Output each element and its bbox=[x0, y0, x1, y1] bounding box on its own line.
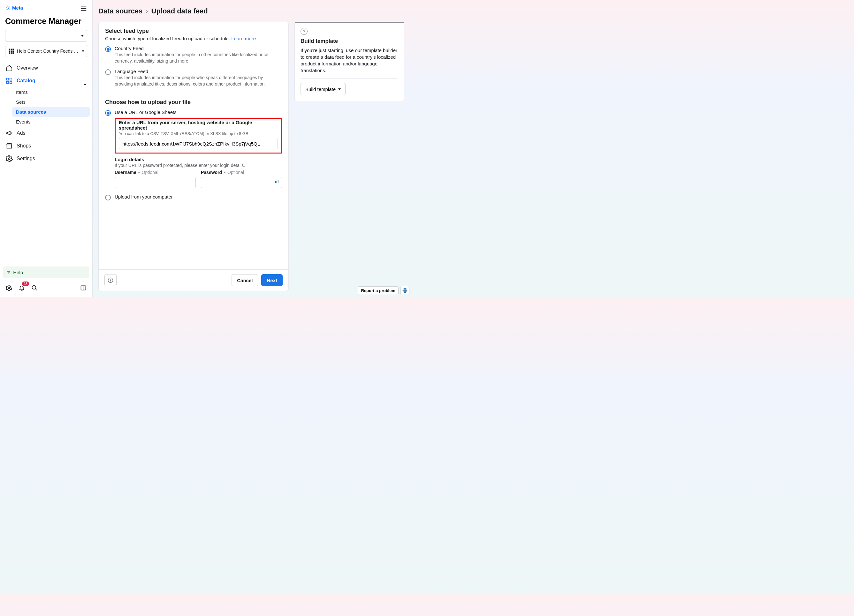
chevron-down-icon bbox=[81, 35, 84, 37]
sidebar-item-data-sources[interactable]: Data sources bbox=[12, 107, 90, 117]
cancel-button[interactable]: Cancel bbox=[232, 274, 258, 286]
sidebar-item-events[interactable]: Events bbox=[12, 117, 90, 127]
radio-input[interactable] bbox=[105, 46, 111, 52]
svg-rect-15 bbox=[10, 81, 12, 83]
username-label: Username • Optional bbox=[114, 170, 196, 175]
search-icon[interactable] bbox=[30, 283, 39, 292]
radio-input[interactable] bbox=[105, 110, 111, 116]
help-button[interactable]: ? Help bbox=[3, 266, 89, 278]
meta-logo: Meta bbox=[5, 5, 23, 11]
svg-point-27 bbox=[110, 279, 111, 279]
password-input[interactable] bbox=[201, 177, 282, 188]
choose-upload-section: Choose how to upload your file Use a URL… bbox=[99, 93, 288, 206]
sidebar-item-settings[interactable]: Settings bbox=[3, 152, 90, 165]
sidebar-catalog-submenu: Items Sets Data sources Events bbox=[3, 87, 90, 127]
sidebar-footer: 28 bbox=[0, 281, 92, 297]
password-manager-icon[interactable] bbox=[274, 179, 279, 186]
radio-description: This feed includes information for peopl… bbox=[114, 52, 282, 64]
question-icon: ? bbox=[7, 270, 10, 275]
feed-url-input[interactable] bbox=[119, 138, 278, 149]
radio-input[interactable] bbox=[105, 195, 111, 201]
storefront-icon bbox=[6, 142, 13, 149]
label-text: Password bbox=[201, 170, 222, 175]
label-text: Username bbox=[114, 170, 136, 175]
svg-rect-20 bbox=[81, 286, 86, 290]
login-details-block: Login details If your URL is password pr… bbox=[114, 157, 282, 188]
breadcrumb-current: Upload data feed bbox=[151, 7, 208, 15]
radio-language-feed[interactable]: Language Feed This feed includes informa… bbox=[105, 68, 282, 87]
sidebar-nav: Overview Catalog Items Sets Data sources… bbox=[0, 62, 92, 263]
section-subtitle: Choose which type of localized feed to u… bbox=[105, 36, 282, 41]
username-input[interactable] bbox=[114, 177, 196, 188]
svg-rect-12 bbox=[7, 78, 9, 80]
hamburger-icon[interactable] bbox=[80, 5, 87, 14]
svg-rect-11 bbox=[12, 52, 14, 53]
url-block-note: You can link to a CSV, TSV, XML (RSS/ATO… bbox=[119, 131, 278, 136]
catalog-selector[interactable]: Help Center: Country Feeds … bbox=[5, 45, 87, 57]
next-button[interactable]: Next bbox=[261, 274, 283, 286]
sidebar-item-shops[interactable]: Shops bbox=[3, 140, 90, 152]
chevron-down-icon bbox=[338, 88, 341, 90]
notifications-icon[interactable]: 28 bbox=[17, 283, 26, 292]
radio-use-url[interactable]: Use a URL or Google Sheets bbox=[105, 110, 282, 116]
grid-icon bbox=[8, 48, 14, 54]
business-selector[interactable] bbox=[5, 30, 87, 42]
sidebar-item-items[interactable]: Items bbox=[12, 87, 90, 97]
settings-gear-icon[interactable] bbox=[5, 283, 14, 292]
svg-rect-3 bbox=[9, 49, 10, 50]
report-problem-button[interactable]: Report a problem bbox=[358, 286, 399, 295]
divider bbox=[5, 263, 87, 263]
svg-rect-8 bbox=[12, 50, 14, 52]
sidebar: Meta Commerce Manager Help Center: Count… bbox=[0, 0, 93, 297]
help-label: Help bbox=[13, 270, 23, 275]
info-icon[interactable] bbox=[104, 274, 117, 286]
sidebar-item-sets[interactable]: Sets bbox=[12, 97, 90, 107]
radio-label: Use a URL or Google Sheets bbox=[114, 110, 282, 115]
main-area: Data sources › Upload data feed Select f… bbox=[93, 0, 411, 297]
radio-upload-computer[interactable]: Upload from your computer bbox=[105, 194, 282, 201]
sidebar-label: Catalog bbox=[17, 78, 35, 84]
button-label: Build template bbox=[305, 87, 336, 92]
svg-rect-13 bbox=[10, 78, 12, 80]
divider bbox=[300, 78, 398, 79]
radio-country-feed[interactable]: Country Feed This feed includes informat… bbox=[105, 46, 282, 64]
radio-description: This feed includes information for peopl… bbox=[114, 75, 282, 87]
sidebar-label: Ads bbox=[17, 130, 26, 136]
login-note: If your URL is password protected, pleas… bbox=[114, 163, 282, 168]
select-feed-type-section: Select feed type Choose which type of lo… bbox=[99, 22, 288, 93]
help-circle-icon: ? bbox=[300, 28, 308, 35]
catalog-icon bbox=[6, 77, 13, 84]
svg-rect-10 bbox=[11, 52, 12, 53]
globe-icon[interactable] bbox=[401, 286, 409, 295]
sidebar-label: Settings bbox=[17, 156, 35, 161]
upload-feed-card: Select feed type Choose which type of lo… bbox=[98, 22, 289, 291]
svg-rect-22 bbox=[275, 181, 276, 183]
section-subtitle-text: Choose which type of localized feed to u… bbox=[105, 36, 230, 41]
chevron-down-icon bbox=[82, 50, 84, 52]
svg-point-16 bbox=[8, 158, 10, 160]
chevron-right-icon: › bbox=[146, 7, 148, 15]
radio-input[interactable] bbox=[105, 69, 111, 75]
radio-label: Language Feed bbox=[114, 68, 282, 74]
section-title: Select feed type bbox=[105, 28, 282, 35]
section-title: Choose how to upload your file bbox=[105, 99, 282, 106]
build-template-button[interactable]: Build template bbox=[300, 83, 346, 95]
sidebar-item-catalog[interactable]: Catalog bbox=[3, 75, 90, 87]
card-footer: Cancel Next bbox=[99, 269, 288, 291]
login-title: Login details bbox=[114, 157, 282, 162]
app-title: Commerce Manager bbox=[0, 15, 92, 30]
svg-point-18 bbox=[32, 286, 36, 289]
panel-toggle-icon[interactable] bbox=[79, 283, 88, 292]
sidebar-item-overview[interactable]: Overview bbox=[3, 62, 90, 75]
radio-label: Upload from your computer bbox=[114, 194, 282, 199]
optional-text: Optional bbox=[142, 170, 159, 175]
sidebar-item-ads[interactable]: Ads bbox=[3, 127, 90, 140]
learn-more-link[interactable]: Learn more bbox=[231, 36, 256, 41]
svg-rect-23 bbox=[277, 181, 277, 183]
svg-rect-5 bbox=[12, 49, 14, 50]
svg-rect-4 bbox=[11, 49, 12, 50]
notifications-badge: 28 bbox=[22, 281, 29, 286]
svg-rect-24 bbox=[278, 180, 279, 183]
gear-icon bbox=[6, 155, 13, 162]
breadcrumb-root[interactable]: Data sources bbox=[98, 7, 142, 15]
